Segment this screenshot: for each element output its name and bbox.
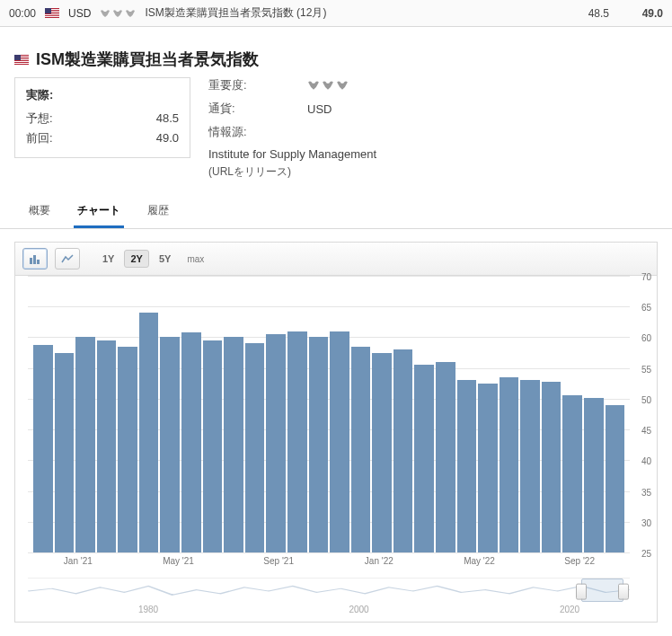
bar[interactable] — [457, 380, 477, 552]
bar[interactable] — [330, 331, 349, 552]
navigator-handle-right[interactable] — [618, 584, 629, 600]
svg-rect-14 — [30, 258, 32, 264]
bar[interactable] — [287, 331, 307, 552]
navigator-selection[interactable] — [581, 579, 623, 602]
source-name: Institute for Supply Management — [208, 147, 658, 161]
x-tick-label: Jan '22 — [365, 556, 393, 566]
chart-panel: 1Y 2Y 5Y max 25303540455055606570 Jan '2… — [14, 242, 658, 623]
y-tick-label: 25 — [641, 549, 651, 559]
y-tick-label: 50 — [641, 394, 651, 404]
chart-toolbar: 1Y 2Y 5Y max — [15, 243, 657, 276]
bar[interactable] — [224, 337, 243, 552]
bar[interactable] — [351, 347, 371, 552]
tab-history[interactable]: 履歴 — [144, 198, 172, 228]
x-tick-label: Sep '21 — [263, 556, 294, 566]
flag-us-icon — [14, 55, 29, 65]
y-tick-label: 30 — [641, 517, 651, 527]
forecast-label: 予想: — [26, 109, 53, 128]
bar[interactable] — [55, 353, 75, 552]
y-tick-label: 70 — [641, 272, 651, 282]
x-tick-label: May '22 — [464, 556, 495, 566]
event-ticker-row: 00:00 USD ISM製造業購買担当者景気指数 (12月) 48.5 49.… — [0, 0, 672, 27]
x-tick-label: May '21 — [163, 556, 194, 566]
flag-us-icon — [45, 8, 59, 18]
navigator-tick: 2000 — [349, 605, 368, 614]
x-tick-label: Jan '21 — [64, 556, 93, 566]
svg-rect-4 — [45, 14, 59, 15]
y-tick-label: 35 — [641, 487, 651, 497]
meta-card: 重要度: 通貨: USD 情報源: Institute for Supply M… — [208, 77, 658, 180]
x-tick-label: Sep '22 — [564, 556, 595, 566]
info-cards: 実際: 予想: 48.5 前回: 49.0 重要度: 通貨: USD 情報源: … — [0, 77, 672, 189]
page-title: ISM製造業購買担当者景気指数 — [36, 49, 259, 70]
bar[interactable] — [372, 353, 392, 552]
navigator-handle-left[interactable] — [576, 584, 587, 600]
y-tick-label: 65 — [641, 303, 651, 313]
ticker-currency: USD — [68, 7, 91, 20]
bar[interactable] — [203, 340, 223, 552]
navigator-tick: 1980 — [138, 605, 158, 614]
range-group: 1Y 2Y 5Y max — [96, 250, 210, 268]
y-tick-label: 45 — [641, 426, 651, 436]
bar[interactable] — [478, 384, 498, 552]
source-label: 情報源: — [208, 124, 307, 140]
ticker-previous: 49.0 — [618, 7, 663, 20]
line-chart-icon[interactable] — [55, 248, 80, 269]
svg-rect-11 — [14, 61, 29, 62]
bar[interactable] — [542, 382, 561, 552]
y-tick-label: 60 — [641, 333, 651, 343]
bar[interactable] — [75, 337, 95, 552]
importance-bulls-icon — [307, 80, 349, 91]
bar[interactable] — [584, 398, 604, 552]
bar[interactable] — [266, 334, 286, 552]
bar[interactable] — [436, 362, 455, 552]
chart-navigator[interactable]: 198020002020 — [28, 578, 630, 614]
svg-rect-16 — [37, 260, 40, 264]
previous-value: 49.0 — [125, 128, 179, 148]
bar-chart-icon[interactable] — [22, 248, 48, 269]
importance-bulls-icon — [100, 9, 136, 18]
previous-label: 前回: — [26, 128, 53, 148]
ticker-forecast: 48.5 — [564, 7, 609, 20]
bar[interactable] — [118, 347, 137, 552]
bar[interactable] — [139, 313, 159, 552]
range-max[interactable]: max — [181, 251, 210, 268]
tabs: 概要 チャート 履歴 — [0, 189, 672, 229]
bar[interactable] — [245, 343, 265, 552]
chart-plot[interactable]: 25303540455055606570 — [15, 276, 657, 552]
y-tick-label: 55 — [641, 364, 651, 374]
y-tick-label: 40 — [641, 456, 651, 466]
currency-label: 通貨: — [208, 101, 307, 117]
svg-rect-13 — [14, 55, 21, 60]
range-5y[interactable]: 5Y — [153, 250, 177, 268]
bar[interactable] — [500, 377, 519, 552]
release-url-link[interactable]: (URLをリリース) — [208, 164, 658, 180]
navigator-tick: 2020 — [560, 605, 579, 614]
range-1y[interactable]: 1Y — [96, 250, 120, 268]
forecast-value: 48.5 — [125, 109, 179, 128]
importance-label: 重要度: — [208, 77, 307, 93]
bar[interactable] — [414, 365, 434, 552]
svg-rect-12 — [14, 63, 29, 64]
bar[interactable] — [606, 405, 625, 552]
bar[interactable] — [562, 395, 582, 552]
bar[interactable] — [160, 337, 180, 552]
tab-overview[interactable]: 概要 — [25, 198, 54, 228]
tab-chart[interactable]: チャート — [74, 198, 124, 228]
bar[interactable] — [520, 380, 540, 552]
x-axis: Jan '21May '21Sep '21Jan '22May '22Sep '… — [28, 552, 630, 572]
bar[interactable] — [97, 340, 117, 552]
page-heading: ISM製造業購買担当者景気指数 — [0, 27, 672, 77]
bar[interactable] — [33, 345, 53, 552]
event-time: 00:00 — [9, 7, 36, 20]
bar[interactable] — [309, 337, 329, 552]
svg-rect-5 — [45, 16, 59, 17]
bar[interactable] — [393, 349, 413, 552]
svg-rect-6 — [45, 8, 51, 13]
actual-label: 実際: — [26, 87, 179, 103]
summary-card: 実際: 予想: 48.5 前回: 49.0 — [14, 77, 190, 158]
range-2y[interactable]: 2Y — [124, 250, 148, 268]
currency-value: USD — [307, 102, 332, 116]
ticker-title[interactable]: ISM製造業購買担当者景気指数 (12月) — [145, 5, 326, 21]
bar[interactable] — [181, 332, 201, 552]
